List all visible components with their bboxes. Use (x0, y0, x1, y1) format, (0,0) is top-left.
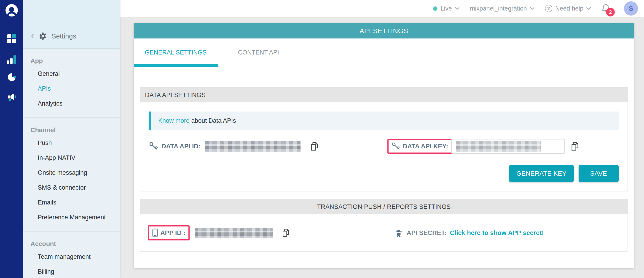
sidebar-item-team-management[interactable]: Team management (23, 249, 120, 264)
megaphone-icon[interactable] (7, 93, 16, 102)
api-secret-label: API SECRET: (406, 229, 446, 236)
section-label: Account (30, 240, 120, 247)
data-api-section-body: Know more about Data APIs DATA API ID: (140, 102, 628, 191)
api-secret-group: API SECRET: Click here to show APP secre… (394, 214, 544, 251)
top-bar: Live mixpanel_integration ? Need help 2 … (120, 0, 644, 18)
sidebar-item-general[interactable]: General (23, 66, 120, 81)
settings-sidebar: ‹ Settings App General APIs Analytics Ch… (23, 0, 120, 278)
project-label: mixpanel_integration (470, 5, 527, 12)
know-more-text: about Data APIs (192, 117, 236, 124)
sidebar-item-sms-connector[interactable]: SMS & connector (23, 180, 120, 195)
notifications-button[interactable]: 2 (602, 4, 610, 13)
question-circle-icon: ? (545, 5, 552, 12)
sidebar-item-inapp-nativ[interactable]: In-App NATIV (23, 150, 120, 165)
app-id-label: APP ID : (160, 229, 186, 236)
notification-count-badge: 2 (606, 8, 615, 17)
data-api-id-value-blurred (205, 141, 301, 152)
show-app-secret-link[interactable]: Click here to show APP secret! (450, 229, 544, 236)
sidebar-section-channel: Channel Push In-App NATIV Onsite messagi… (23, 118, 120, 231)
data-api-settings-section: DATA API SETTINGS Know more about Data A… (140, 87, 628, 191)
spy-icon (394, 228, 403, 237)
app-id-value-blurred (194, 228, 273, 238)
copy-icon[interactable] (310, 141, 319, 151)
card-body: DATA API SETTINGS Know more about Data A… (134, 67, 634, 268)
data-api-id-label: DATA API ID: (162, 143, 200, 150)
know-more-info-bar: Know more about Data APIs (149, 112, 618, 130)
api-id-key-row: DATA API ID: (149, 138, 618, 155)
page-title: API SETTINGS (134, 23, 634, 39)
need-help-menu[interactable]: ? Need help (545, 5, 591, 12)
user-avatar[interactable]: S (624, 1, 638, 16)
sidebar-header: ‹ Settings (23, 0, 120, 49)
caret-down-icon (586, 7, 591, 10)
sidebar-section-account: Account Team management Billing (23, 231, 120, 278)
bar-chart-icon[interactable] (7, 55, 16, 64)
know-more-link[interactable]: Know more (158, 117, 190, 124)
app-root: ‹ Settings App General APIs Analytics Ch… (0, 0, 644, 278)
app-id-highlight-box: APP ID : (148, 225, 190, 240)
save-button[interactable]: SAVE (578, 165, 618, 182)
project-selector[interactable]: mixpanel_integration (470, 5, 534, 12)
sidebar-item-emails[interactable]: Emails (23, 195, 120, 210)
caret-down-icon (455, 7, 460, 10)
section-label: Channel (30, 126, 120, 134)
app-id-group: APP ID : (148, 225, 290, 240)
sidebar-item-analytics[interactable]: Analytics (23, 96, 120, 111)
api-settings-card: API SETTINGS GENERAL SETTINGS CONTENT AP… (134, 23, 634, 268)
key-icon (149, 142, 158, 151)
key-icon (392, 142, 400, 150)
sidebar-sections: App General APIs Analytics Channel Push … (23, 49, 120, 278)
tab-general-settings[interactable]: GENERAL SETTINGS (134, 39, 218, 67)
sidebar-item-preference-management[interactable]: Preference Management (23, 210, 120, 225)
person-avatar-logo[interactable] (5, 4, 18, 17)
transaction-section-title: TRANSACTION PUSH / REPORTS SETTINGS (140, 199, 628, 214)
env-label: Live (440, 5, 452, 12)
sidebar-item-apis[interactable]: APIs (23, 81, 120, 96)
section-label: App (30, 57, 120, 65)
live-status-dot (433, 7, 438, 11)
nav-rail (0, 0, 23, 278)
sidebar-item-billing[interactable]: Billing (23, 264, 120, 278)
data-api-section-title: DATA API SETTINGS (140, 88, 628, 102)
pie-chart-icon[interactable] (7, 73, 16, 82)
data-api-actions: GENERATE KEY SAVE (149, 165, 618, 182)
sidebar-item-push[interactable]: Push (23, 136, 120, 150)
generate-key-button[interactable]: GENERATE KEY (509, 165, 574, 182)
caret-down-icon (530, 7, 534, 10)
transaction-push-section: TRANSACTION PUSH / REPORTS SETTINGS APP … (140, 199, 628, 252)
data-api-id-group: DATA API ID: (149, 141, 319, 152)
sidebar-section-app: App General APIs Analytics (23, 49, 120, 118)
copy-icon[interactable] (570, 141, 580, 151)
data-api-key-highlight-box: DATA API KEY: (388, 139, 452, 154)
sidebar-item-onsite-messaging[interactable]: Onsite messaging (23, 165, 120, 180)
settings-back-row[interactable]: ‹ Settings (31, 31, 76, 41)
back-chevron-icon[interactable]: ‹ (31, 31, 34, 40)
data-api-key-value-blurred (456, 141, 541, 152)
data-api-key-label: DATA API KEY: (403, 143, 448, 150)
data-api-key-group: DATA API KEY: (388, 138, 580, 155)
phone-icon (152, 228, 158, 237)
sidebar-title: Settings (52, 32, 76, 40)
env-selector[interactable]: Live (433, 5, 460, 12)
copy-icon[interactable] (282, 228, 290, 238)
tab-bar: GENERAL SETTINGS CONTENT API (134, 39, 634, 67)
data-api-key-input[interactable] (451, 139, 565, 154)
gear-icon (39, 32, 47, 40)
need-help-label: Need help (555, 5, 584, 12)
grid-icon[interactable] (7, 34, 16, 43)
transaction-section-body: APP ID : (140, 214, 628, 251)
tab-content-api[interactable]: CONTENT API (238, 39, 279, 67)
